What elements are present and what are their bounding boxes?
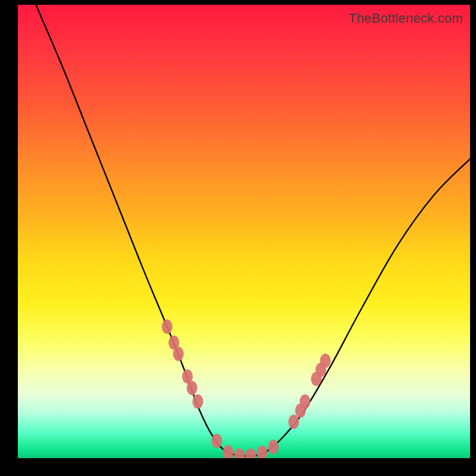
marker-dot [192,394,203,409]
marker-dot [162,320,173,334]
marker-dot [173,347,184,361]
marker-dot [289,415,299,429]
marker-dot [223,445,233,458]
chart-svg [18,5,470,458]
curve-path [36,5,470,456]
marker-dot [300,394,311,409]
marker-dot [256,446,267,458]
chart-frame: TheBottleneck.com [0,0,476,476]
marker-dot [234,448,245,458]
marker-dot [268,440,278,454]
marker-dot [187,381,198,395]
plot-area: TheBottleneck.com [18,5,470,458]
marker-dot [320,353,331,368]
marker-dot [211,434,222,448]
marker-group [162,320,331,458]
marker-dot [245,448,256,458]
